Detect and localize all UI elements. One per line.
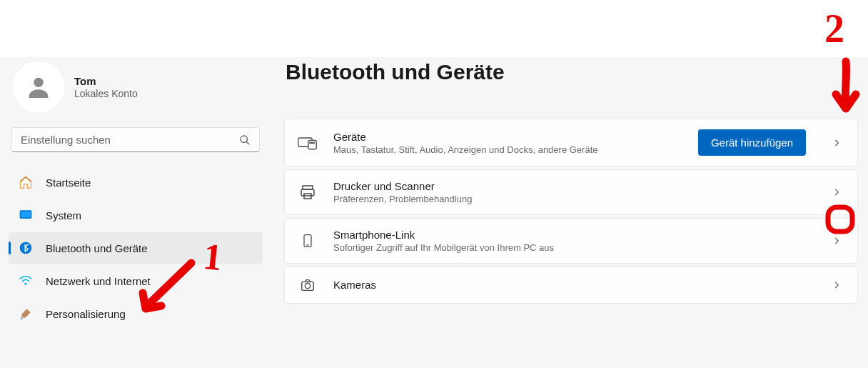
card-subtitle: Präferenzen, Problembehandlung [333,194,806,204]
svg-line-2 [246,141,249,144]
bluetooth-icon [19,241,33,255]
printer-icon [298,184,318,201]
content: Bluetooth und Geräte Geräte Maus, Tastat… [271,57,868,368]
svg-point-18 [305,283,310,288]
chevron-right-icon[interactable] [829,280,844,290]
card-subtitle: Sofortiger Zugriff auf Ihr Mobilgerät vo… [333,242,806,253]
search-icon [239,134,251,146]
chevron-right-icon[interactable] [829,236,844,246]
page-title: Bluetooth und Geräte [286,60,858,84]
search-input[interactable] [21,134,239,146]
card-smartphone-link[interactable]: Smartphone-Link Sofortiger Zugriff auf I… [284,218,858,264]
nav: Startseite System Bluetooth und Geräte N… [9,166,263,329]
svg-point-9 [310,142,311,143]
sidebar-item-label: Personalisierung [46,308,126,320]
sidebar-item-label: Startseite [46,176,91,189]
svg-point-0 [34,78,43,87]
search-box[interactable] [11,127,260,152]
sidebar-item-bluetooth-geraete[interactable]: Bluetooth und Geräte [9,232,263,264]
svg-point-10 [311,142,312,143]
svg-point-5 [20,242,32,254]
card-title: Smartphone-Link [333,229,806,241]
sidebar-item-personalisierung[interactable]: Personalisierung [9,298,263,329]
devices-icon [298,135,318,151]
sidebar: Tom Lokales Konto Startseite System [0,57,271,368]
chevron-right-icon[interactable] [829,138,844,148]
paintbrush-icon [19,307,33,321]
card-kameras[interactable]: Kameras [284,267,858,304]
svg-rect-4 [21,212,30,217]
svg-point-6 [24,283,26,285]
system-icon [19,208,33,222]
card-title: Kameras [333,279,806,291]
profile-block[interactable]: Tom Lokales Konto [9,59,263,127]
add-device-button[interactable]: Gerät hinzufügen [698,129,806,156]
avatar [13,61,64,113]
card-subtitle: Maus, Tastatur, Stift, Audio, Anzeigen u… [333,144,682,155]
card-title: Drucker und Scanner [333,180,806,192]
smartphone-icon [298,232,318,249]
sidebar-item-label: Bluetooth und Geräte [46,242,148,254]
sidebar-item-startseite[interactable]: Startseite [9,166,263,198]
card-geraete[interactable]: Geräte Maus, Tastatur, Stift, Audio, Anz… [284,119,858,166]
sidebar-item-label: Netzwerk und Internet [46,275,151,287]
chevron-right-icon[interactable] [829,187,844,197]
home-icon [19,175,33,189]
avatar-icon [24,73,53,101]
profile-name: Tom [74,75,138,87]
wifi-icon [19,274,33,288]
sidebar-item-netzwerk[interactable]: Netzwerk und Internet [9,265,263,297]
sidebar-item-system[interactable]: System [9,199,263,231]
profile-account-type: Lokales Konto [74,88,138,99]
camera-icon [298,277,318,293]
sidebar-item-label: System [46,209,81,222]
svg-rect-8 [308,140,316,149]
card-drucker-scanner[interactable]: Drucker und Scanner Präferenzen, Problem… [284,169,858,215]
card-title: Geräte [333,131,682,143]
svg-rect-13 [301,189,314,196]
svg-point-11 [313,142,314,143]
svg-point-1 [241,136,247,142]
titlebar-spacer [0,0,868,57]
